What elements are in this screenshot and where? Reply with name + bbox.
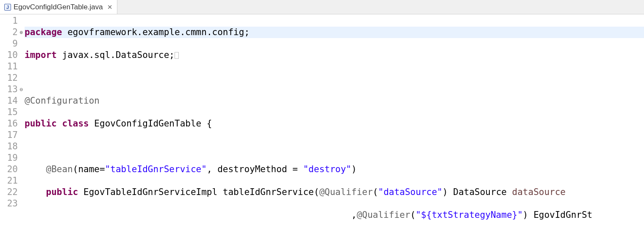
line-number: 12	[0, 72, 20, 84]
line-number: 19	[0, 152, 20, 164]
code-area[interactable]: package egovframework.example.cmmn.confi…	[20, 14, 644, 228]
fold-collapse-icon[interactable]: ⊖	[19, 87, 24, 92]
line-number: 9	[0, 38, 20, 49]
line-number: 15	[0, 107, 20, 118]
line-number: 2⊕	[0, 27, 20, 38]
line-number: 14	[0, 95, 20, 107]
line-number: 13⊖	[0, 84, 20, 95]
code-line[interactable]: package egovframework.example.cmmn.confi…	[25, 27, 644, 38]
java-file-icon: J	[4, 4, 11, 11]
code-line[interactable]	[25, 141, 644, 152]
line-number: 18	[0, 141, 20, 152]
line-number: 1	[0, 15, 20, 27]
line-number: 20	[0, 164, 20, 175]
line-number: 23	[0, 198, 20, 209]
code-line[interactable]: @Bean(name="tableIdGnrService", destroyM…	[25, 164, 644, 175]
folded-code-icon[interactable]	[175, 52, 179, 59]
line-number: 11	[0, 61, 20, 72]
code-line[interactable]: import javax.sql.DataSource;	[25, 49, 644, 61]
fold-expand-icon[interactable]: ⊕	[19, 30, 24, 35]
line-number: 21	[0, 175, 20, 187]
line-number: 22	[0, 187, 20, 198]
code-line[interactable]: @Configuration	[25, 95, 644, 107]
code-line[interactable]: public class EgovConfigIdGenTable {	[25, 118, 644, 129]
editor-tab[interactable]: J EgovConfigIdGenTable.java ✕	[0, 0, 117, 14]
line-number-gutter: 1 2⊕ 9 10 11 12 13⊖ 14 15 16 17 18 19 20…	[0, 14, 20, 228]
line-number: 16	[0, 118, 20, 129]
line-number: 10	[0, 49, 20, 61]
tab-bar: J EgovConfigIdGenTable.java ✕	[0, 0, 644, 14]
code-editor[interactable]: 1 2⊕ 9 10 11 12 13⊖ 14 15 16 17 18 19 20…	[0, 14, 644, 228]
tab-filename: EgovConfigIdGenTable.java	[14, 3, 103, 11]
code-line[interactable]	[25, 72, 644, 84]
close-icon[interactable]: ✕	[107, 3, 113, 11]
line-number: 17	[0, 129, 20, 141]
code-line[interactable]: public EgovTableIdGnrServiceImpl tableId…	[25, 187, 644, 198]
code-line[interactable]: ,@Qualifier("${txtStrategyName}") EgovId…	[25, 209, 644, 221]
